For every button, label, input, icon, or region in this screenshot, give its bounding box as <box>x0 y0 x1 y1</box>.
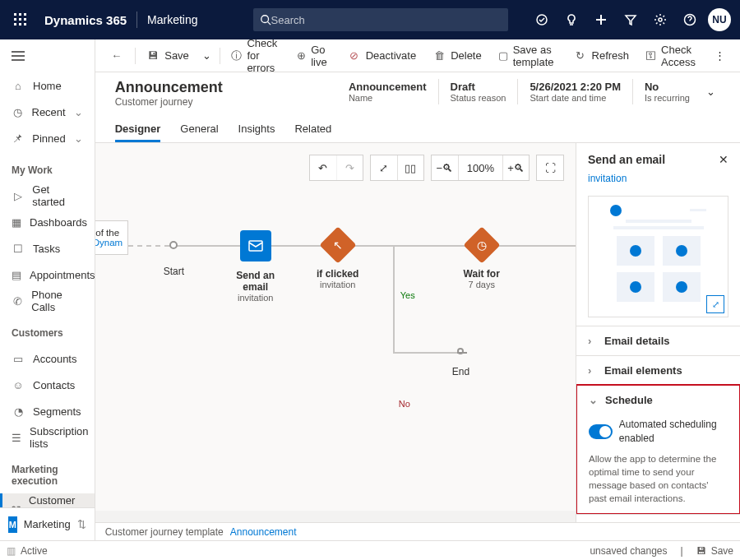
go-live-button[interactable]: ⊕Go live <box>290 44 338 68</box>
building-icon: ▭ <box>12 352 25 365</box>
trash-icon: 🗑︎ <box>432 49 446 62</box>
nav-dashboards[interactable]: ▦Dashboards <box>0 209 95 235</box>
nav-toggle[interactable] <box>0 39 95 72</box>
settings-icon[interactable] <box>646 0 674 39</box>
help-icon[interactable] <box>676 0 704 39</box>
redo-button[interactable]: ↷ <box>336 155 363 180</box>
entity-subtitle: Customer journey <box>115 96 223 108</box>
tab-related[interactable]: Related <box>294 118 331 142</box>
nav-appointments[interactable]: ▤Appointments <box>0 261 95 288</box>
nav-group-marketing: Marketing execution <box>0 451 95 493</box>
site-nav: ⌂Home ◷Recent⌄ 📌︎Pinned⌄ My Work ▷Get st… <box>0 39 95 540</box>
save-icon: 💾︎ <box>696 545 706 557</box>
deactivate-button[interactable]: ⊘Deactivate <box>341 44 423 68</box>
svg-rect-2 <box>24 13 26 16</box>
list-icon: ☰ <box>12 431 21 444</box>
app-name[interactable]: Marketing <box>137 13 207 26</box>
user-avatar[interactable]: NU <box>705 0 733 39</box>
global-search[interactable] <box>253 8 508 31</box>
section-expiration-toggle[interactable]: ›Expiration <box>576 515 740 522</box>
nav-contacts[interactable]: ☺Contacts <box>0 372 95 398</box>
save-menu[interactable]: ⌄ <box>199 44 215 68</box>
zoom-level[interactable]: 100% <box>458 155 502 180</box>
nav-accounts[interactable]: ▭Accounts <box>0 345 95 372</box>
email-node[interactable]: Send an email invitation <box>223 230 289 303</box>
chevron-down-icon: ⌄ <box>202 49 211 62</box>
section-email-details-toggle[interactable]: ›Email details <box>576 326 740 355</box>
template-bar: Customer journey template Announcement <box>95 522 740 540</box>
assistant-icon[interactable] <box>528 0 556 39</box>
horizontal-scrollbar[interactable] <box>95 511 576 522</box>
back-icon: ← <box>110 49 123 62</box>
overflow-button[interactable]: ⋮ <box>708 44 732 68</box>
fullscreen-button[interactable]: ⤢ <box>371 155 397 180</box>
save-template-button[interactable]: ▢Save as template <box>492 44 564 68</box>
tab-insights[interactable]: Insights <box>238 118 275 142</box>
refresh-button[interactable]: ↻Refresh <box>567 44 636 68</box>
wait-node[interactable]: ◷ Wait for 7 days <box>453 232 511 289</box>
section-expiration: ›Expiration <box>576 514 740 522</box>
refresh-icon: ↻ <box>574 49 587 62</box>
zoom-out-button[interactable]: −🔍︎ <box>432 155 458 180</box>
journey-canvas[interactable]: ↶↷ ⤢▯▯ −🔍︎100%+🔍︎ ⛶ of theDynam St <box>95 143 576 522</box>
nav-phone-calls[interactable]: ✆Phone Calls <box>0 288 95 314</box>
cursor-icon: ↖ <box>333 238 343 252</box>
template-link[interactable]: Announcement <box>230 526 297 538</box>
clock-icon: ◷ <box>477 238 487 252</box>
nav-recent[interactable]: ◷Recent⌄ <box>0 99 95 125</box>
search-input[interactable] <box>271 14 502 26</box>
auto-schedule-toggle[interactable] <box>589 424 613 439</box>
lightbulb-icon[interactable] <box>557 0 585 39</box>
nav-group-customers: Customers <box>0 314 95 345</box>
computed-icon: ▥ <box>7 545 16 557</box>
svg-rect-6 <box>14 23 16 25</box>
section-email-details: ›Email details <box>576 326 740 355</box>
zoom-in-button[interactable]: +🔍︎ <box>502 155 529 180</box>
tab-designer[interactable]: Designer <box>115 118 161 142</box>
condition-node[interactable]: ↖ if clicked invitation <box>309 232 367 289</box>
end-node[interactable]: End <box>452 348 469 377</box>
section-schedule-toggle[interactable]: ⌄Schedule <box>577 386 739 414</box>
check-errors-button[interactable]: ⓘCheck for errors <box>224 44 287 68</box>
footer-save-button[interactable]: Save <box>711 545 733 557</box>
audience-node[interactable]: of theDynam <box>95 220 128 255</box>
close-panel-button[interactable]: ✕ <box>719 153 728 166</box>
nav-segments[interactable]: ◔Segments <box>0 398 95 424</box>
global-header: Dynamics 365 Marketing NU <box>0 0 740 39</box>
waffle-icon[interactable] <box>7 0 35 39</box>
minimap-button[interactable]: ▯▯ <box>397 155 423 180</box>
svg-rect-7 <box>19 23 21 25</box>
save-button[interactable]: 💾︎Save <box>140 44 196 68</box>
page-title: Announcement <box>115 79 223 96</box>
svg-point-14 <box>659 18 662 21</box>
panel-title: Send an email <box>588 153 665 166</box>
info-icon: ⓘ <box>231 49 242 62</box>
check-access-button[interactable]: ⚿Check Access <box>639 44 705 68</box>
svg-point-9 <box>261 16 268 23</box>
chevron-down-icon: ⌄ <box>74 106 83 118</box>
nav-get-started[interactable]: ▷Get started <box>0 183 95 209</box>
nav-tasks[interactable]: ☐Tasks <box>0 235 95 261</box>
panel-entity-link[interactable]: invitation <box>576 173 740 191</box>
filter-icon[interactable] <box>617 0 645 39</box>
delete-button[interactable]: 🗑︎Delete <box>426 44 488 68</box>
section-email-elements: ›Email elements <box>576 355 740 385</box>
tab-general[interactable]: General <box>180 118 218 142</box>
start-node[interactable]: Start <box>164 241 184 277</box>
chevron-right-icon: › <box>588 335 598 347</box>
header-expand[interactable]: ⌄ <box>701 79 720 104</box>
area-switcher[interactable]: M Marketing ⇅ <box>0 507 95 540</box>
designer-area: ↶↷ ⤢▯▯ −🔍︎100%+🔍︎ ⛶ of theDynam St <box>95 143 740 522</box>
nav-home[interactable]: ⌂Home <box>0 72 95 99</box>
add-icon[interactable] <box>587 0 615 39</box>
expand-preview-button[interactable]: ⤢ <box>706 295 724 313</box>
nav-pinned[interactable]: 📌︎Pinned⌄ <box>0 125 95 151</box>
fit-button[interactable]: ⛶ <box>537 155 563 180</box>
email-preview: ⤢ <box>588 196 728 317</box>
nav-subscription-lists[interactable]: ☰Subscription lists <box>0 424 95 451</box>
section-email-elements-toggle[interactable]: ›Email elements <box>576 356 740 385</box>
chevron-down-icon: ⌄ <box>589 394 599 406</box>
back-button[interactable]: ← <box>104 44 130 68</box>
updown-icon: ⇅ <box>77 518 86 530</box>
undo-button[interactable]: ↶ <box>310 155 336 180</box>
